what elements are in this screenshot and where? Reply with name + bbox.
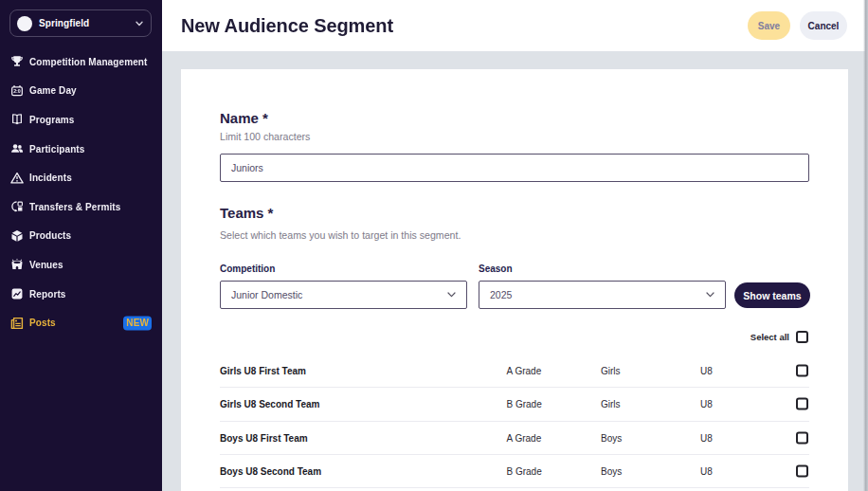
svg-text:2:0: 2:0 <box>13 88 21 94</box>
